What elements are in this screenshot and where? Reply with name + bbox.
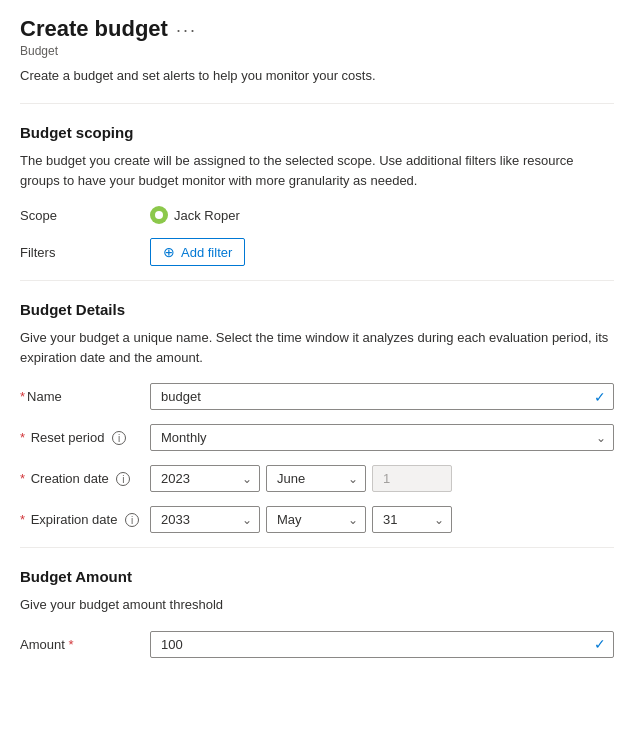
- page-subtitle: Create a budget and set alerts to help y…: [20, 68, 614, 83]
- scope-label: Scope: [20, 208, 150, 223]
- expiration-date-info-icon[interactable]: i: [125, 513, 139, 527]
- required-star-2: *: [20, 430, 25, 445]
- budget-details-desc: Give your budget a unique name. Select t…: [20, 328, 614, 367]
- creation-date-fields: 2023 2022 2024 ⌄ June JanuaryFebruaryMar…: [150, 465, 614, 492]
- creation-month-wrapper: June JanuaryFebruaryMarch AprilMayJuly A…: [266, 465, 366, 492]
- breadcrumb: Budget: [20, 44, 614, 58]
- add-filter-label: Add filter: [181, 245, 232, 260]
- ellipsis-menu-button[interactable]: ···: [176, 20, 197, 41]
- creation-day-input: [372, 465, 452, 492]
- page-title-row: Create budget ···: [20, 16, 614, 42]
- add-filter-button[interactable]: ⊕ Add filter: [150, 238, 245, 266]
- required-star-3: *: [20, 471, 25, 486]
- expiration-year-select[interactable]: 2033 203020312032 20342035: [150, 506, 260, 533]
- scope-name: Jack Roper: [174, 208, 240, 223]
- reset-period-label: * Reset period i: [20, 430, 150, 446]
- reset-period-select[interactable]: Monthly Quarterly Annually: [150, 424, 614, 451]
- amount-label: Amount *: [20, 637, 150, 652]
- page-title: Create budget: [20, 16, 168, 42]
- reset-period-info-icon[interactable]: i: [112, 431, 126, 445]
- amount-check-icon: ✓: [594, 636, 606, 652]
- filters-label: Filters: [20, 245, 150, 260]
- expiration-year-wrapper: 2033 203020312032 20342035 ⌄: [150, 506, 260, 533]
- expiration-day-select[interactable]: 31 1234 5282930: [372, 506, 452, 533]
- divider-2: [20, 280, 614, 281]
- budget-amount-title: Budget Amount: [20, 568, 614, 585]
- expiration-day-wrapper: 31 1234 5282930 ⌄: [372, 506, 452, 533]
- required-star: *: [20, 389, 25, 404]
- amount-required-star: *: [68, 637, 73, 652]
- creation-year-select[interactable]: 2023 2022 2024: [150, 465, 260, 492]
- amount-input-wrapper: ✓: [150, 631, 614, 658]
- budget-scoping-title: Budget scoping: [20, 124, 614, 141]
- name-row: *Name ✓: [20, 383, 614, 410]
- creation-date-info-icon[interactable]: i: [116, 472, 130, 486]
- scope-row: Scope Jack Roper: [20, 206, 614, 224]
- expiration-month-select[interactable]: May JanuaryFebruaryMarch AprilJuneJuly A…: [266, 506, 366, 533]
- reset-period-select-wrapper: Monthly Quarterly Annually ⌄: [150, 424, 614, 451]
- expiration-date-fields: 2033 203020312032 20342035 ⌄ May January…: [150, 506, 614, 533]
- name-input-wrapper: ✓: [150, 383, 614, 410]
- name-check-icon: ✓: [594, 389, 606, 405]
- budget-amount-desc: Give your budget amount threshold: [20, 595, 614, 615]
- creation-year-wrapper: 2023 2022 2024 ⌄: [150, 465, 260, 492]
- expiration-date-label: * Expiration date i: [20, 512, 150, 528]
- reset-period-row: * Reset period i Monthly Quarterly Annua…: [20, 424, 614, 451]
- scope-value: Jack Roper: [150, 206, 240, 224]
- budget-details-title: Budget Details: [20, 301, 614, 318]
- budget-scoping-section: Budget scoping The budget you create wil…: [20, 124, 614, 266]
- budget-amount-section: Budget Amount Give your budget amount th…: [20, 568, 614, 658]
- expiration-month-wrapper: May JanuaryFebruaryMarch AprilJuneJuly A…: [266, 506, 366, 533]
- name-label: *Name: [20, 389, 150, 404]
- creation-date-label: * Creation date i: [20, 471, 150, 487]
- filters-row: Filters ⊕ Add filter: [20, 238, 614, 266]
- expiration-date-row: * Expiration date i 2033 203020312032 20…: [20, 506, 614, 533]
- budget-details-section: Budget Details Give your budget a unique…: [20, 301, 614, 533]
- scope-icon: [150, 206, 168, 224]
- creation-date-row: * Creation date i 2023 2022 2024 ⌄ June …: [20, 465, 614, 492]
- page-title-text: Create budget: [20, 16, 168, 42]
- divider-1: [20, 103, 614, 104]
- divider-3: [20, 547, 614, 548]
- creation-month-select[interactable]: June JanuaryFebruaryMarch AprilMayJuly A…: [266, 465, 366, 492]
- name-input[interactable]: [150, 383, 614, 410]
- budget-scoping-desc: The budget you create will be assigned t…: [20, 151, 614, 190]
- amount-row: Amount * ✓: [20, 631, 614, 658]
- amount-input[interactable]: [150, 631, 614, 658]
- add-filter-icon: ⊕: [163, 244, 175, 260]
- required-star-4: *: [20, 512, 25, 527]
